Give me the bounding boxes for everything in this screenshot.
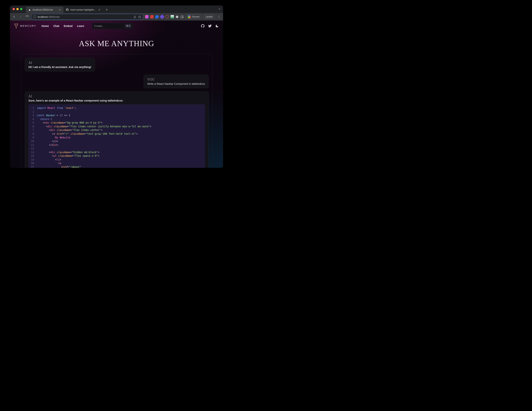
brand-name: MERCURY	[20, 24, 36, 27]
tab-strip: localhost:3000/chat✕react-syntax-highlig…	[10, 5, 223, 13]
svg-marker-1	[138, 15, 141, 18]
nav-link-learn[interactable]: Learn	[77, 24, 84, 28]
page-title: ASK ME ANYTHING	[10, 39, 223, 48]
bookmark-icon[interactable]	[138, 15, 141, 18]
tabs-dropdown-button[interactable]	[218, 8, 221, 10]
code-line: 8 <a href="/" className="text-gray-100 f…	[28, 132, 205, 136]
hero: ASK ME ANYTHING	[10, 31, 223, 49]
profile-paused-chip[interactable]: Paused	[186, 14, 202, 19]
code-line: 9 My Website	[28, 136, 205, 140]
code-block[interactable]: 1import React from 'react';23const Navba…	[28, 104, 205, 168]
code-content: </a>	[37, 139, 58, 143]
code-line: 15 <li>	[28, 158, 205, 162]
back-button[interactable]	[12, 14, 16, 19]
code-content: </div>	[37, 143, 58, 147]
code-content: const Navbar = () => {	[37, 114, 70, 117]
line-number: 6	[28, 125, 37, 128]
create-placeholder: Create...	[94, 24, 123, 28]
code-line: 4 return (	[28, 117, 205, 121]
code-line: 1import React from 'react';	[28, 106, 205, 110]
line-number: 12	[28, 147, 37, 150]
extension-icon[interactable]	[155, 15, 159, 19]
line-number: 8	[28, 132, 37, 136]
tab-close-button[interactable]: ✕	[58, 8, 61, 12]
shortcut-hint: ⌘ K	[125, 24, 131, 28]
extension-icon[interactable]	[150, 15, 154, 19]
tab-close-button[interactable]: ✕	[98, 8, 101, 12]
message-role: AI	[28, 61, 91, 65]
extension-icon[interactable]	[171, 15, 174, 19]
code-line: 2	[28, 110, 205, 114]
message-body: Write a React Navbar Component in tailwi…	[147, 82, 205, 85]
window-close-button[interactable]	[13, 8, 15, 10]
line-number: 14	[28, 154, 37, 158]
main-menu: HomeChatEmbedLearn	[42, 24, 84, 28]
twitter-link-icon[interactable]	[208, 24, 212, 28]
brand[interactable]: MERCURY	[14, 23, 36, 29]
panel-icon[interactable]	[180, 15, 184, 19]
nav-link-chat[interactable]: Chat	[53, 24, 59, 28]
line-number: 1	[28, 106, 37, 110]
code-content: <nav className="bg-gray-800 px-4 py-3">	[37, 121, 103, 125]
tab-favicon-icon	[28, 8, 31, 11]
extension-icon[interactable]	[145, 15, 149, 19]
window-controls	[13, 8, 22, 10]
chat-message-ai: AI Hi! I am a friendly AI assistant. Ask…	[25, 58, 209, 71]
code-content: <a	[37, 161, 61, 165]
brand-logo-icon	[14, 23, 18, 29]
nav-link-embed[interactable]: Embed	[64, 24, 73, 28]
browser-tab[interactable]: react-syntax-highlighter/react…✕	[63, 7, 103, 13]
line-number: 16	[28, 161, 37, 165]
code-content: <div className="hidden md:block">	[37, 150, 99, 154]
svg-point-5	[219, 17, 219, 17]
code-content: <ul className="flex space-x-4">	[37, 154, 99, 158]
code-line: 16 <a	[28, 161, 205, 165]
line-number: 7	[28, 128, 37, 132]
share-icon[interactable]	[133, 15, 136, 18]
chat-panel: AI Hi! I am a friendly AI assistant. Ask…	[21, 54, 213, 168]
update-label: Update	[205, 15, 213, 18]
forward-button[interactable]	[18, 14, 23, 19]
nav-link-home[interactable]: Home	[42, 24, 49, 28]
paused-label: Paused	[192, 15, 200, 18]
page-content: MERCURY HomeChatEmbedLearn Create... ⌘ K…	[10, 20, 223, 168]
app-navbar: MERCURY HomeChatEmbedLearn Create... ⌘ K	[10, 20, 223, 31]
window-maximize-button[interactable]	[20, 8, 22, 10]
site-info-icon[interactable]: i	[33, 15, 36, 18]
address-bar[interactable]: i localhost:3000/chat	[31, 14, 143, 20]
create-input[interactable]: Create... ⌘ K	[92, 23, 133, 29]
extension-icon[interactable]	[165, 15, 169, 19]
code-line: 10 </a>	[28, 139, 205, 143]
line-number: 9	[28, 136, 37, 140]
line-number: 5	[28, 121, 37, 125]
message-role: YOU	[147, 78, 205, 82]
browser-tab[interactable]: localhost:3000/chat✕	[26, 7, 63, 13]
code-line: 17 href="/about"	[28, 165, 205, 168]
code-content: <div className="flex items-center justif…	[37, 125, 152, 128]
code-content: My Website	[37, 136, 70, 140]
line-number: 3	[28, 114, 37, 117]
code-content: href="/about"	[37, 165, 81, 168]
new-tab-button[interactable]: +	[104, 7, 109, 12]
window-minimize-button[interactable]	[16, 8, 19, 10]
extensions-button[interactable]	[176, 15, 179, 19]
tab-title: localhost:3000/chat	[33, 9, 57, 11]
github-link-icon[interactable]	[201, 24, 205, 28]
reload-button[interactable]	[25, 14, 29, 19]
browser-window: localhost:3000/chat✕react-syntax-highlig…	[10, 5, 223, 168]
code-line: 6 <div className="flex items-center just…	[28, 125, 205, 128]
code-line: 3const Navbar = () => {	[28, 114, 205, 117]
browser-toolbar: i localhost:3000/chat Paused	[10, 13, 223, 20]
svg-point-4	[219, 16, 219, 16]
line-number: 13	[28, 150, 37, 154]
update-button[interactable]: Update	[203, 15, 215, 19]
code-content: import React from 'react';	[37, 106, 76, 110]
url-text: localhost:3000/chat	[38, 15, 132, 18]
code-content: return (	[37, 117, 52, 121]
svg-rect-2	[181, 16, 183, 18]
extension-icon[interactable]	[160, 14, 164, 19]
code-line: 13 <div className="hidden md:block">	[28, 150, 205, 154]
theme-toggle-icon[interactable]	[215, 24, 219, 28]
kebab-menu-button[interactable]	[217, 14, 221, 19]
tab-title: react-syntax-highlighter/react…	[70, 9, 96, 11]
